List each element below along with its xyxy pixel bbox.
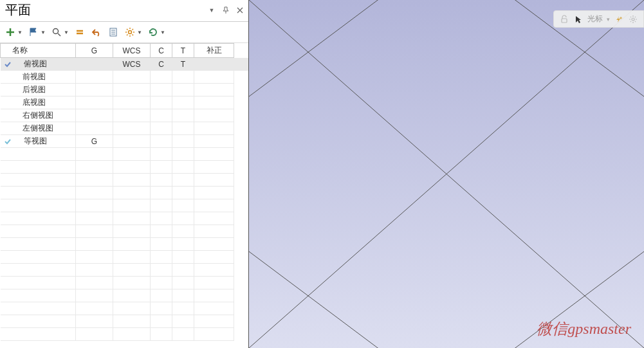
table-row[interactable] bbox=[1, 161, 249, 174]
row-name: 后视图 bbox=[14, 84, 46, 95]
report-button[interactable] bbox=[106, 24, 121, 40]
equals-button[interactable] bbox=[72, 24, 87, 40]
table-row[interactable]: 等视图G bbox=[1, 135, 249, 148]
table-row[interactable] bbox=[1, 212, 249, 225]
table-row[interactable] bbox=[1, 328, 249, 341]
check-icon bbox=[3, 60, 12, 69]
table-row[interactable] bbox=[1, 174, 249, 187]
svg-point-11 bbox=[632, 18, 634, 21]
check-icon bbox=[3, 137, 12, 146]
row-name: 俯视图 bbox=[15, 59, 47, 69]
table-row[interactable]: 底视图 bbox=[1, 96, 249, 109]
col-wcs[interactable]: WCS bbox=[113, 44, 151, 58]
spark-plus-icon[interactable] bbox=[614, 14, 624, 24]
cursor-label: 光标 bbox=[587, 14, 603, 24]
close-icon[interactable] bbox=[235, 6, 244, 15]
pin-icon[interactable] bbox=[221, 6, 230, 15]
cursor-icon[interactable] bbox=[573, 14, 584, 24]
row-name: 前视图 bbox=[14, 71, 46, 82]
col-c[interactable]: C bbox=[151, 44, 172, 58]
row-name: 等视图 bbox=[15, 136, 47, 147]
col-g[interactable]: G bbox=[76, 44, 113, 58]
col-t[interactable]: T bbox=[172, 44, 194, 58]
table-row[interactable]: 右侧视图 bbox=[1, 109, 249, 122]
table-header-row: 名称 G WCS C T 补正 bbox=[1, 44, 249, 58]
svg-point-2 bbox=[129, 31, 132, 34]
table-row[interactable] bbox=[1, 264, 249, 277]
search-button[interactable]: ▼ bbox=[49, 24, 71, 40]
row-name: 右侧视图 bbox=[14, 110, 53, 121]
lock-open-icon[interactable] bbox=[559, 14, 569, 24]
table-row[interactable]: 俯视图WCSCT bbox=[1, 58, 249, 71]
col-comp[interactable]: 补正 bbox=[194, 44, 234, 58]
panel-options-dropdown[interactable]: ▼ bbox=[207, 6, 216, 15]
chevron-down-icon[interactable]: ▼ bbox=[160, 30, 166, 35]
chevron-down-icon[interactable]: ▼ bbox=[136, 30, 143, 35]
row-name: 底视图 bbox=[14, 97, 46, 108]
panel-title: 平面 bbox=[4, 1, 207, 19]
undo-button[interactable] bbox=[89, 24, 104, 40]
add-button[interactable]: ▼ bbox=[3, 24, 24, 40]
cursor-dropdown[interactable]: ▾ bbox=[607, 16, 610, 23]
table-row[interactable] bbox=[1, 289, 249, 302]
row-name: 左侧视图 bbox=[14, 123, 53, 134]
table-row[interactable] bbox=[1, 302, 249, 315]
panel-toolbar: ▼ ▼ ▼ ▼ bbox=[0, 22, 248, 43]
chevron-down-icon[interactable]: ▼ bbox=[63, 30, 69, 35]
table-row[interactable]: 后视图 bbox=[1, 84, 249, 96]
svg-point-0 bbox=[53, 29, 59, 34]
table-row[interactable] bbox=[1, 277, 249, 289]
chevron-down-icon[interactable]: ▼ bbox=[40, 30, 46, 35]
grid-axes bbox=[249, 0, 644, 348]
plane-panel: 平面 ▼ ▼ ▼ ▼ bbox=[0, 0, 249, 348]
col-name[interactable]: 名称 bbox=[1, 44, 76, 58]
table-row[interactable] bbox=[1, 315, 249, 328]
chevron-down-icon[interactable]: ▼ bbox=[17, 30, 23, 35]
settings-button[interactable]: ▼ bbox=[122, 24, 144, 40]
refresh-button[interactable]: ▼ bbox=[145, 24, 167, 40]
plane-table: 名称 G WCS C T 补正 俯视图WCSCT前视图后视图底视图右侧视图左侧视… bbox=[0, 43, 248, 341]
table-row[interactable]: 左侧视图 bbox=[1, 122, 249, 135]
table-row[interactable] bbox=[1, 225, 249, 238]
table-row[interactable] bbox=[1, 187, 249, 199]
flag-button[interactable]: ▼ bbox=[26, 24, 48, 40]
panel-header: 平面 ▼ bbox=[0, 0, 248, 22]
table-row[interactable] bbox=[1, 238, 249, 251]
table-row[interactable] bbox=[1, 199, 249, 212]
viewport-3d[interactable]: 光标 ▾ 微信gpsmaster bbox=[249, 0, 644, 348]
table-row[interactable]: 前视图 bbox=[1, 71, 249, 84]
svg-rect-10 bbox=[562, 19, 567, 23]
table-row[interactable] bbox=[1, 148, 249, 161]
cursor-mode-toolbar[interactable]: 光标 ▾ bbox=[553, 10, 644, 28]
gear-icon[interactable] bbox=[628, 14, 638, 24]
table-row[interactable] bbox=[1, 251, 249, 264]
plane-table-wrap: 名称 G WCS C T 补正 俯视图WCSCT前视图后视图底视图右侧视图左侧视… bbox=[0, 43, 248, 348]
